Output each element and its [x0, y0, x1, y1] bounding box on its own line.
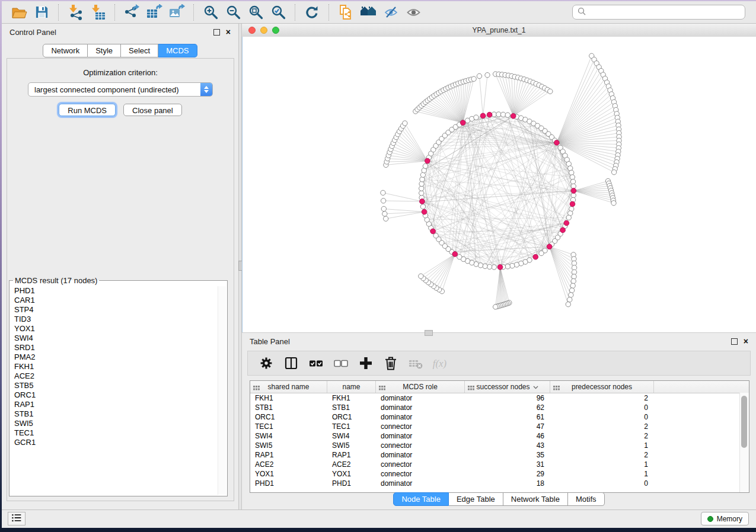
table-cell[interactable]: connector	[376, 460, 465, 469]
import-table-icon[interactable]	[89, 4, 107, 21]
table-scrollbar-thumb[interactable]	[741, 396, 747, 448]
open-folder-icon[interactable]	[10, 4, 28, 21]
table-cell[interactable]: PHD1	[250, 479, 327, 488]
table-row[interactable]: SWI4SWI4dominator462	[250, 431, 749, 441]
delete-column-icon[interactable]	[382, 355, 400, 371]
tab-style[interactable]: Style	[88, 44, 121, 57]
table-cell[interactable]: 2	[550, 431, 654, 441]
table-cell[interactable]: ACE2	[327, 460, 376, 469]
table-scrollbar[interactable]	[739, 393, 749, 492]
mcds-result-item[interactable]: TID3	[14, 315, 218, 324]
column-layout-icon[interactable]	[282, 355, 300, 371]
table-cell[interactable]: 18	[465, 479, 550, 488]
table-cell[interactable]: 96	[465, 393, 550, 403]
network-window-titlebar[interactable]: YPA_prune.txt_1	[242, 24, 756, 37]
mcds-result-item[interactable]: PHD1	[14, 286, 218, 296]
table-cell[interactable]: TEC1	[327, 422, 376, 431]
table-cell[interactable]: STB1	[327, 403, 376, 412]
mcds-result-item[interactable]: RAP1	[14, 400, 218, 409]
table-cell[interactable]: dominator	[376, 393, 465, 403]
table-cell[interactable]: RAP1	[327, 450, 376, 460]
table-cell[interactable]: TEC1	[250, 422, 327, 431]
table-row[interactable]: PHD1PHD1dominator180	[250, 479, 749, 488]
table-cell[interactable]: ACE2	[250, 460, 327, 469]
mcds-result-item[interactable]: YOX1	[14, 324, 218, 334]
zoom-in-icon[interactable]	[202, 4, 219, 21]
table-cell[interactable]: 46	[465, 431, 550, 441]
import-network-icon[interactable]	[66, 4, 84, 21]
close-table-panel-icon[interactable]: ×	[744, 338, 748, 344]
tab-mcds[interactable]: MCDS	[158, 44, 197, 57]
table-cell[interactable]: STB1	[250, 403, 327, 412]
select-all-icon[interactable]	[307, 355, 325, 371]
table-cell[interactable]: YOX1	[327, 469, 376, 479]
criterion-dropdown[interactable]: largest connected component (undirected)	[28, 82, 213, 97]
task-history-button[interactable]	[8, 512, 25, 525]
column-header-name[interactable]: name	[327, 381, 376, 393]
save-icon[interactable]	[33, 4, 50, 21]
table-cell[interactable]: 0	[550, 403, 654, 412]
column-header-MCDS-role[interactable]: MCDS role	[376, 381, 465, 393]
mcds-result-item[interactable]: SRD1	[14, 343, 218, 352]
zoom-out-icon[interactable]	[224, 4, 242, 21]
table-row[interactable]: ACE2ACE2connector311	[250, 460, 749, 469]
horizontal-splitter-grip[interactable]	[425, 330, 433, 336]
table-cell[interactable]: 2	[550, 393, 654, 403]
table-cell[interactable]: SWI4	[327, 431, 376, 441]
memory-button[interactable]: Memory	[701, 512, 749, 525]
settings-gear-icon[interactable]	[257, 355, 275, 371]
mcds-result-item[interactable]: CAR1	[14, 296, 218, 305]
column-header-predecessor-nodes[interactable]: predecessor nodes	[550, 381, 654, 393]
zoom-selected-icon[interactable]	[269, 4, 287, 21]
show-all-icon[interactable]	[404, 4, 422, 21]
hide-selected-icon[interactable]	[382, 4, 400, 21]
table-cell[interactable]: 43	[465, 441, 550, 450]
mcds-result-item[interactable]: STP4	[14, 305, 218, 315]
table-cell[interactable]: dominator	[376, 431, 465, 441]
table-cell[interactable]: FKH1	[250, 393, 327, 403]
table-cell[interactable]: ORC1	[327, 412, 376, 422]
tab-edge-table[interactable]: Edge Table	[449, 492, 503, 506]
table-cell[interactable]: dominator	[376, 450, 465, 460]
table-cell[interactable]: FKH1	[327, 393, 376, 403]
export-network-icon[interactable]	[123, 4, 141, 21]
mcds-result-item[interactable]: ORC1	[14, 390, 218, 400]
table-cell[interactable]: connector	[376, 469, 465, 479]
add-column-icon[interactable]	[357, 355, 375, 371]
table-cell[interactable]: 0	[550, 479, 654, 488]
table-row[interactable]: FKH1FKH1dominator962	[250, 393, 749, 403]
table-cell[interactable]: 62	[465, 403, 550, 412]
search-input[interactable]	[589, 8, 740, 17]
table-cell[interactable]: 0	[550, 412, 654, 422]
table-cell[interactable]: SWI5	[250, 441, 327, 450]
mcds-result-item[interactable]: STB1	[14, 409, 218, 419]
float-table-panel-icon[interactable]	[731, 338, 738, 345]
table-cell[interactable]: 1	[550, 460, 654, 469]
table-cell[interactable]: 2	[550, 422, 654, 431]
close-panel-icon[interactable]: ×	[226, 29, 231, 35]
network-canvas[interactable]	[242, 37, 756, 332]
first-neighbors-icon[interactable]	[359, 4, 377, 21]
mcds-result-list[interactable]: PHD1CAR1STP4TID3YOX1SWI4SRD1PMA2FKH1ACE2…	[9, 286, 218, 495]
refresh-icon[interactable]	[303, 4, 321, 21]
table-cell[interactable]: PHD1	[327, 479, 376, 488]
table-cell[interactable]: 1	[550, 441, 654, 450]
column-header-successor-nodes[interactable]: successor nodes	[465, 381, 550, 393]
table-cell[interactable]: 47	[465, 422, 550, 431]
mcds-list-scrollbar[interactable]	[218, 286, 226, 495]
mcds-result-item[interactable]: SWI5	[14, 419, 218, 428]
table-cell[interactable]: dominator	[376, 479, 465, 488]
mcds-result-item[interactable]: ACE2	[14, 371, 218, 381]
tab-network[interactable]: Network	[43, 44, 88, 57]
table-row[interactable]: SWI5SWI5connector431	[250, 441, 749, 450]
tab-motifs[interactable]: Motifs	[568, 492, 605, 506]
table-row[interactable]: ORC1ORC1dominator610	[250, 412, 749, 422]
mcds-result-item[interactable]: PMA2	[14, 352, 218, 362]
close-panel-button[interactable]: Close panel	[123, 104, 182, 116]
mcds-result-item[interactable]: TEC1	[14, 428, 218, 438]
table-cell[interactable]: 35	[465, 450, 550, 460]
table-row[interactable]: YOX1YOX1connector291	[250, 469, 749, 479]
table-cell[interactable]: SWI4	[250, 431, 327, 441]
table-cell[interactable]: 29	[465, 469, 550, 479]
mcds-result-item[interactable]: GCR1	[14, 438, 218, 447]
